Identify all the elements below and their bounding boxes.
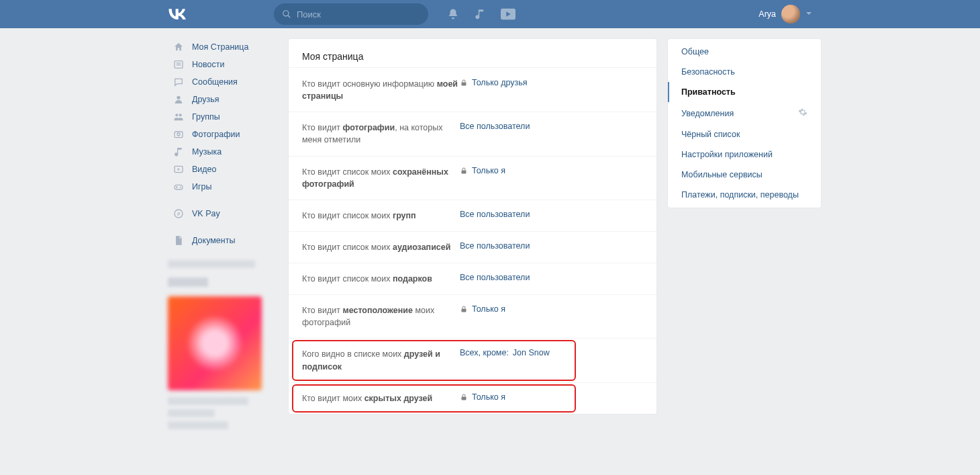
header-inner: Поиск Arya bbox=[168, 0, 812, 28]
home-icon bbox=[172, 42, 185, 52]
lock-icon bbox=[460, 79, 468, 87]
settings-nav-item-7[interactable]: Платежи, подписки, переводы bbox=[668, 185, 821, 208]
privacy-value-text: Все пользователи bbox=[460, 210, 530, 219]
privacy-label: Кто видит список моих подарков bbox=[302, 273, 460, 285]
search-icon bbox=[282, 9, 291, 19]
svg-point-6 bbox=[177, 96, 180, 99]
privacy-row-6: Кто видит местоположение моих фотографий… bbox=[289, 294, 656, 338]
settings-nav: ОбщееБезопасностьПриватностьУведомленияЧ… bbox=[667, 38, 822, 433]
groups-icon bbox=[172, 112, 185, 122]
svg-point-0 bbox=[283, 11, 289, 16]
privacy-value[interactable]: Только я bbox=[460, 166, 505, 175]
sidebar-item-4[interactable]: Группы bbox=[168, 108, 278, 126]
privacy-value[interactable]: Все пользователи bbox=[460, 241, 530, 251]
card-title: Моя страница bbox=[289, 39, 656, 67]
sidebar-item-label: Документы bbox=[192, 236, 235, 245]
privacy-value-text: Всех, кроме: bbox=[460, 348, 509, 357]
privacy-label: Кто видит основную информацию моей стран… bbox=[302, 78, 460, 102]
privacy-row-1: Кто видит фотографии, на которых меня от… bbox=[289, 112, 656, 155]
settings-nav-label: Общее bbox=[681, 47, 709, 56]
privacy-row-7: Кого видно в списке моих друзей и подпис… bbox=[289, 338, 656, 382]
svg-rect-19 bbox=[462, 396, 467, 400]
privacy-value[interactable]: Все пользователи bbox=[460, 210, 530, 219]
svg-rect-9 bbox=[175, 132, 183, 138]
svg-line-1 bbox=[288, 15, 291, 18]
sidebar-item-7[interactable]: Видео bbox=[168, 161, 278, 178]
settings-nav-item-3[interactable]: Уведомления bbox=[668, 102, 821, 124]
avatar bbox=[781, 5, 800, 24]
svg-rect-18 bbox=[462, 309, 467, 312]
video-icon[interactable] bbox=[501, 8, 516, 20]
username: Arya bbox=[758, 9, 776, 19]
settings-nav-item-6[interactable]: Мобильные сервисы bbox=[668, 165, 821, 185]
settings-nav-label: Настройки приложений bbox=[681, 150, 773, 159]
settings-nav-item-2[interactable]: Приватность bbox=[668, 82, 821, 102]
chevron-down-icon bbox=[805, 9, 812, 19]
search-input[interactable]: Поиск bbox=[274, 3, 428, 25]
lock-icon bbox=[460, 305, 468, 313]
privacy-value-text: Только я bbox=[472, 392, 505, 402]
video-icon bbox=[172, 164, 185, 175]
blurred-ad-block bbox=[168, 260, 278, 429]
settings-nav-item-1[interactable]: Безопасность bbox=[668, 62, 821, 82]
sidebar-item-label: Игры bbox=[192, 182, 211, 191]
sidebar-item-6[interactable]: Музыка bbox=[168, 143, 278, 161]
sidebar-item-2[interactable]: Сообщения bbox=[168, 73, 278, 91]
privacy-row-3: Кто видит список моих группВсе пользоват… bbox=[289, 200, 656, 231]
music-icon bbox=[172, 146, 185, 157]
sidebar-extra-1[interactable]: Документы bbox=[168, 232, 278, 249]
svg-rect-17 bbox=[462, 170, 467, 173]
sidebar-item-label: Моя Страница bbox=[192, 42, 248, 52]
privacy-label: Кто видит список моих сохранённых фотогр… bbox=[302, 166, 460, 190]
sidebar-item-3[interactable]: Друзья bbox=[168, 91, 278, 108]
privacy-value[interactable]: Все пользователи bbox=[460, 122, 530, 131]
privacy-value-text: Только друзья bbox=[472, 78, 528, 87]
sidebar-item-label: VK Pay bbox=[192, 209, 220, 218]
privacy-value[interactable]: Только я bbox=[460, 392, 505, 402]
privacy-label: Кто видит список моих аудиозаписей bbox=[302, 241, 460, 253]
page-wrap: Моя СтраницаНовостиСообщенияДрузьяГруппы… bbox=[168, 38, 812, 433]
privacy-value-extra: Jon Snow bbox=[513, 348, 550, 357]
svg-rect-16 bbox=[462, 83, 467, 86]
privacy-label: Кто видит фотографии, на которых меня от… bbox=[302, 122, 460, 146]
sidebar-item-1[interactable]: Новости bbox=[168, 56, 278, 73]
settings-nav-label: Платежи, подписки, переводы bbox=[681, 190, 799, 200]
settings-nav-label: Чёрный список bbox=[681, 130, 740, 139]
vk-logo-icon[interactable] bbox=[168, 9, 187, 19]
sidebar-item-label: Видео bbox=[192, 165, 217, 174]
notifications-icon[interactable] bbox=[447, 8, 459, 20]
sidebar-item-label: Сообщения bbox=[192, 77, 238, 87]
privacy-value[interactable]: Только друзья bbox=[460, 78, 528, 87]
settings-nav-item-4[interactable]: Чёрный список bbox=[668, 124, 821, 144]
user-menu[interactable]: Arya bbox=[758, 5, 812, 24]
privacy-value[interactable]: Все пользователи bbox=[460, 273, 530, 282]
search-placeholder: Поиск bbox=[297, 9, 321, 19]
settings-card: Моя страница Кто видит основную информац… bbox=[288, 38, 657, 415]
settings-nav-item-5[interactable]: Настройки приложений bbox=[668, 144, 821, 165]
sidebar-extra-0[interactable]: ₽VK Pay bbox=[168, 205, 278, 222]
privacy-value-text: Все пользователи bbox=[460, 273, 530, 282]
sidebar-item-8[interactable]: Игры bbox=[168, 178, 278, 196]
sidebar-item-5[interactable]: Фотографии bbox=[168, 126, 278, 143]
sidebar-item-label: Новости bbox=[192, 60, 224, 69]
gear-icon[interactable] bbox=[798, 107, 807, 119]
sidebar-item-0[interactable]: Моя Страница bbox=[168, 38, 278, 56]
privacy-row-0: Кто видит основную информацию моей стран… bbox=[289, 68, 656, 112]
friend-icon bbox=[172, 94, 185, 105]
privacy-value[interactable]: Всех, кроме: Jon Snow bbox=[460, 348, 550, 357]
photo-icon bbox=[172, 129, 185, 140]
svg-point-7 bbox=[175, 114, 178, 116]
docs-icon bbox=[172, 235, 185, 246]
privacy-label: Кто видит моих скрытых друзей bbox=[302, 392, 460, 404]
privacy-row-8: Кто видит моих скрытых друзейТолько я bbox=[289, 382, 656, 414]
privacy-row-2: Кто видит список моих сохранённых фотогр… bbox=[289, 156, 656, 200]
privacy-value[interactable]: Только я bbox=[460, 304, 505, 314]
svg-point-13 bbox=[180, 187, 181, 188]
privacy-label: Кто видит список моих групп bbox=[302, 210, 460, 222]
settings-nav-item-0[interactable]: Общее bbox=[668, 39, 821, 62]
msg-icon bbox=[172, 77, 185, 87]
pay-icon: ₽ bbox=[172, 208, 185, 219]
privacy-row-4: Кто видит список моих аудиозаписейВсе по… bbox=[289, 231, 656, 263]
music-icon[interactable] bbox=[474, 8, 486, 20]
lock-icon bbox=[460, 167, 468, 175]
